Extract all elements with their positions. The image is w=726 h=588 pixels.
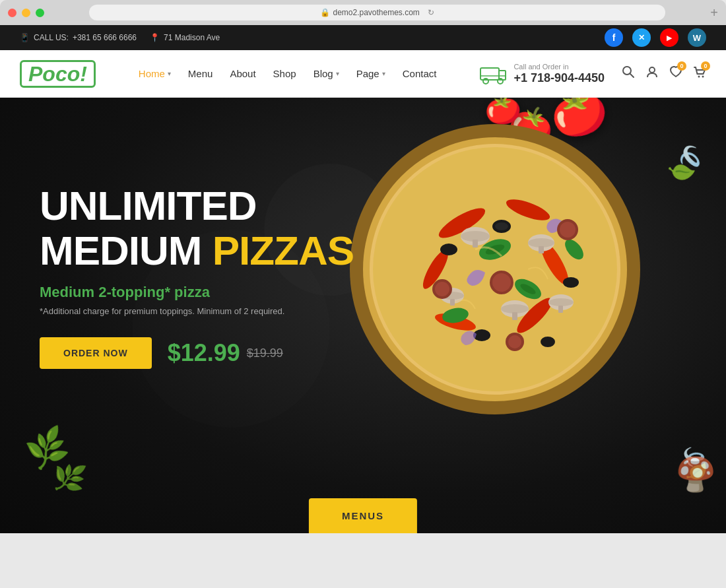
svg-point-40 <box>541 337 555 347</box>
topbar: 📱 CALL US: +381 65 666 6666 📍 71 Madison… <box>0 25 726 50</box>
svg-point-54 <box>508 335 521 348</box>
twitter-icon[interactable]: ✕ <box>632 28 651 47</box>
pizza-svg <box>343 117 647 421</box>
call-label: Call and Order in <box>513 62 605 71</box>
wordpress-icon[interactable]: W <box>688 28 706 47</box>
wishlist-badge: 0 <box>677 61 686 71</box>
hero-title: UNLIMITED MEDIUM PIZZAS <box>40 183 354 273</box>
hero-subtitle: Medium 2-topping* pizza <box>40 284 354 301</box>
price-old: $19.99 <box>247 346 283 360</box>
website-content: 📱 CALL US: +381 65 666 6666 📍 71 Madison… <box>0 25 726 533</box>
svg-point-33 <box>548 298 574 306</box>
nav-item-about[interactable]: About <box>230 68 255 79</box>
location-info: 📍 71 Madison Ave <box>150 33 220 42</box>
browser-titlebar: 🔒 demo2.pavothemes.com ↻ + <box>0 0 726 25</box>
order-now-button[interactable]: ORDER NOW <box>40 337 152 369</box>
search-icon-btn[interactable] <box>622 65 635 82</box>
nav-item-menu[interactable]: Menu <box>188 68 213 79</box>
phone-label: CALL US: <box>34 33 69 42</box>
hero-title-pizzas: PIZZAS <box>213 228 354 273</box>
page-chevron: ▾ <box>382 70 385 77</box>
nav-item-contact[interactable]: Contact <box>403 68 437 79</box>
close-dot[interactable] <box>8 9 16 17</box>
svg-point-50 <box>560 222 576 238</box>
nav-item-shop[interactable]: Shop <box>273 68 296 79</box>
topbar-left: 📱 CALL US: +381 65 666 6666 📍 71 Madison… <box>20 33 220 42</box>
phone-info: 📱 CALL US: +381 65 666 6666 <box>20 33 137 42</box>
lock-icon: 🔒 <box>320 8 330 17</box>
blog-chevron: ▾ <box>336 70 339 77</box>
hero-actions: ORDER NOW $12.99 $19.99 <box>40 337 354 369</box>
nav-item-page[interactable]: Page ▾ <box>356 68 385 79</box>
basil-left-2: 🌿 <box>50 460 88 496</box>
facebook-icon[interactable]: f <box>605 28 623 47</box>
mushroom-decor: 🍄 <box>675 455 716 494</box>
svg-point-13 <box>373 147 617 391</box>
svg-point-9 <box>702 76 704 78</box>
location-text: 71 Madison Ave <box>164 33 220 42</box>
svg-point-48 <box>492 273 511 292</box>
hero-text-content: UNLIMITED MEDIUM PIZZAS Medium 2-topping… <box>40 183 354 369</box>
navbar: Poco! Home ▾ Menu About Shop <box>0 50 726 98</box>
svg-line-6 <box>630 74 634 77</box>
url-text: demo2.pavothemes.com <box>333 8 419 17</box>
price-container: $12.99 $19.99 <box>168 339 283 367</box>
hero-bottom-cta: MENUS <box>309 498 417 533</box>
hero-title-line2: MEDIUM PIZZAS <box>40 228 354 273</box>
svg-rect-25 <box>539 246 544 253</box>
hero-title-medium: MEDIUM <box>40 228 213 273</box>
call-number[interactable]: +1 718-904-4450 <box>513 71 605 86</box>
svg-rect-34 <box>558 306 563 313</box>
price-current: $12.99 <box>168 339 240 367</box>
svg-point-38 <box>563 277 579 288</box>
home-chevron: ▾ <box>168 70 171 77</box>
youtube-icon[interactable]: ▶ <box>660 28 678 47</box>
nav-item-blog[interactable]: Blog ▾ <box>314 68 339 79</box>
maximize-dot[interactable] <box>36 9 44 17</box>
svg-point-8 <box>698 76 700 78</box>
topbar-social: f ✕ ▶ W <box>605 28 706 47</box>
hero-title-line1: UNLIMITED <box>40 183 354 228</box>
svg-rect-31 <box>450 299 455 306</box>
svg-point-36 <box>495 222 508 230</box>
minimize-dot[interactable] <box>22 9 30 17</box>
wishlist-icon-btn[interactable]: 0 <box>669 65 682 82</box>
call-order-text: Call and Order in +1 718-904-4450 <box>513 62 605 86</box>
delivery-icon <box>479 61 507 86</box>
nav-right-actions: Call and Order in +1 718-904-4450 <box>479 61 706 86</box>
address-bar[interactable]: 🔒 demo2.pavothemes.com ↻ <box>89 5 665 20</box>
svg-point-5 <box>623 67 631 75</box>
cart-icon-btn[interactable]: 0 <box>693 65 706 82</box>
browser-window: 🔒 demo2.pavothemes.com ↻ + 📱 CALL US: +3… <box>0 0 726 533</box>
svg-rect-22 <box>473 240 478 247</box>
site-logo[interactable]: Poco! <box>20 60 96 88</box>
svg-point-24 <box>528 238 554 247</box>
svg-rect-0 <box>480 68 499 80</box>
menus-button[interactable]: MENUS <box>309 498 417 533</box>
nav-menu-list: Home ▾ Menu About Shop Blog ▾ <box>139 68 437 79</box>
svg-rect-28 <box>512 312 517 320</box>
hero-note: *Additional charge for premium toppings.… <box>40 306 354 316</box>
hero-section: 🍅 🍅 🍅 🌿 🌿 🍃 🍃 <box>0 98 726 533</box>
svg-point-37 <box>440 244 457 255</box>
refresh-icon[interactable]: ↻ <box>428 8 434 17</box>
call-order-info: Call and Order in +1 718-904-4450 <box>479 61 605 86</box>
svg-point-27 <box>501 304 529 313</box>
main-nav: Home ▾ Menu About Shop Blog ▾ <box>139 68 437 79</box>
cart-badge: 0 <box>701 61 710 71</box>
svg-point-7 <box>649 67 655 73</box>
phone-icon: 📱 <box>20 33 30 42</box>
svg-point-52 <box>435 282 449 296</box>
account-icon-btn[interactable] <box>645 65 659 82</box>
nav-item-home[interactable]: Home ▾ <box>139 68 171 79</box>
new-tab-button[interactable]: + <box>710 5 718 20</box>
location-icon: 📍 <box>150 33 160 42</box>
pizza-image <box>343 117 686 461</box>
phone-number[interactable]: +381 65 666 6666 <box>73 33 137 42</box>
